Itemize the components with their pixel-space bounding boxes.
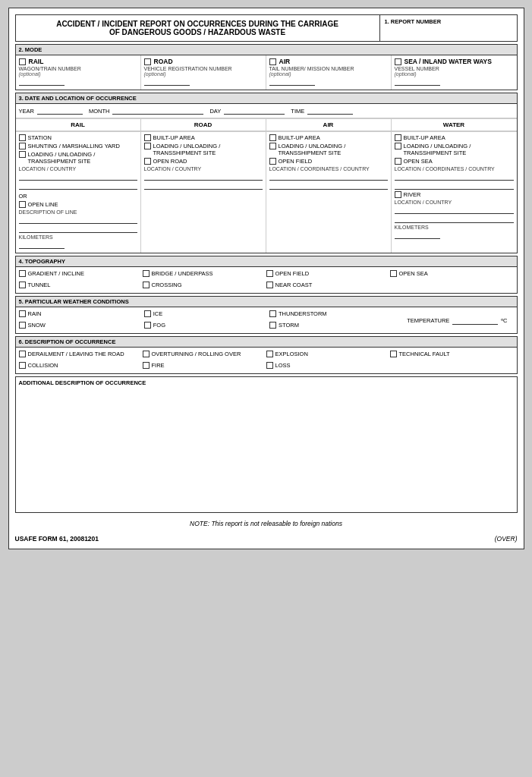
road-loading: LOADING / UNLOADING / TRANSSHIPMENT SITE <box>144 143 263 156</box>
storm-checkbox[interactable] <box>269 322 276 329</box>
water-buildup-checkbox[interactable] <box>395 134 401 141</box>
open-sea-checkbox[interactable] <box>395 158 401 165</box>
open-road-checkbox[interactable] <box>144 158 151 165</box>
near-coast-checkbox[interactable] <box>266 282 273 288</box>
day-label: DAY <box>209 108 221 115</box>
water-river-location-field2[interactable] <box>395 215 514 223</box>
air-location-field2[interactable] <box>269 182 388 190</box>
location-cols: STATION SHUNTING / MARSHALLING YARD LOAD… <box>16 131 517 253</box>
weather-rain: RAIN <box>19 310 144 317</box>
overturning-checkbox[interactable] <box>143 351 150 357</box>
rail-location-field2[interactable] <box>19 182 137 190</box>
open-line-checkbox[interactable] <box>19 201 26 208</box>
water-loading: LOADING / UNLOADING / TRANSSHIPMENT SITE <box>395 143 514 156</box>
derailment-checkbox[interactable] <box>19 351 26 357</box>
shunting-checkbox[interactable] <box>19 143 26 149</box>
air-loading-checkbox[interactable] <box>269 143 276 149</box>
open-field-checkbox[interactable] <box>269 158 276 165</box>
loc-col-air: BUILT-UP AREA LOADING / UNLOADING / TRAN… <box>266 132 392 253</box>
water-open-sea: OPEN SEA <box>395 158 514 165</box>
rail-number-field[interactable] <box>19 78 65 86</box>
mode-air-label: AIR <box>269 58 388 65</box>
desc-line-field2[interactable] <box>19 225 137 233</box>
report-number-label: 1. REPORT NUMBER <box>385 18 512 25</box>
air-number-field[interactable] <box>269 78 315 86</box>
water-location-field[interactable] <box>395 173 514 181</box>
col-header-rail: RAIL <box>16 119 141 131</box>
time-label: TIME <box>291 108 304 115</box>
month-input[interactable] <box>112 107 203 115</box>
water-km-field[interactable] <box>395 231 440 239</box>
water-river: RIVER <box>395 191 514 198</box>
topo-open-sea-checkbox[interactable] <box>390 270 397 277</box>
page: ACCIDENT / INCIDENT REPORT ON OCCURRENCE… <box>8 8 524 549</box>
mode-sea: SEA / INLAND WATER WAYS VESSEL NUMBER (o… <box>392 55 517 90</box>
time-input[interactable] <box>307 107 353 115</box>
loc-col-water: BUILT-UP AREA LOADING / UNLOADING / TRAN… <box>392 132 517 253</box>
air-buildup-checkbox[interactable] <box>269 134 276 141</box>
note-text: NOTE: This report is not releasable to f… <box>15 515 518 532</box>
sea-checkbox[interactable] <box>395 58 401 65</box>
tunnel-checkbox[interactable] <box>19 282 26 288</box>
occur-collision: COLLISION <box>19 362 143 369</box>
water-river-location-field[interactable] <box>395 206 514 214</box>
crossing-checkbox[interactable] <box>143 282 150 288</box>
rail-location-field[interactable] <box>19 173 137 181</box>
header-section: ACCIDENT / INCIDENT REPORT ON OCCURRENCE… <box>15 14 518 42</box>
topography-header: 4. TOPOGRAPHY <box>16 256 517 267</box>
rail-loading-checkbox[interactable] <box>19 151 26 158</box>
gradient-checkbox[interactable] <box>19 270 26 277</box>
weather-header: 5. PARTICULAR WEATHER CONDITIONS <box>16 297 517 307</box>
loss-checkbox[interactable] <box>266 362 273 369</box>
road-location-field2[interactable] <box>144 182 263 190</box>
year-input[interactable] <box>37 107 83 115</box>
fog-checkbox[interactable] <box>144 322 151 329</box>
rail-location-label: LOCATION / COUNTRY <box>19 166 137 171</box>
road-loading-checkbox[interactable] <box>144 143 151 149</box>
temperature-input[interactable] <box>452 317 498 325</box>
loc-col-road: BUILT-UP AREA LOADING / UNLOADING / TRAN… <box>141 132 266 253</box>
bridge-checkbox[interactable] <box>143 270 150 277</box>
desc-line-field[interactable] <box>19 216 137 224</box>
river-checkbox[interactable] <box>395 191 401 198</box>
weather-ice: ICE <box>144 310 269 317</box>
additional-label: ADDITIONAL DESCRIPTION OF OCCURRENCE <box>16 377 517 388</box>
air-checkbox[interactable] <box>269 58 276 65</box>
road-buildup-checkbox[interactable] <box>144 134 151 141</box>
topo-open-field: OPEN FIELD <box>266 270 390 277</box>
rail-station: STATION <box>19 134 137 141</box>
sea-number-field[interactable] <box>395 78 440 86</box>
road-number-field[interactable] <box>144 78 190 86</box>
rain-checkbox[interactable] <box>19 310 26 317</box>
collision-checkbox[interactable] <box>19 362 26 369</box>
road-location-label: LOCATION / COUNTRY <box>144 166 263 171</box>
weather-fog: FOG <box>144 322 269 329</box>
snow-checkbox[interactable] <box>19 322 26 329</box>
ice-checkbox[interactable] <box>144 310 151 317</box>
day-field: DAY <box>209 107 285 115</box>
header-title: ACCIDENT / INCIDENT REPORT ON OCCURRENCE… <box>16 15 380 41</box>
day-input[interactable] <box>224 107 285 115</box>
road-location-field[interactable] <box>144 173 263 181</box>
temperature-cell: TEMPERATURE ºC <box>398 307 516 333</box>
water-loading-checkbox[interactable] <box>395 143 401 149</box>
topo-open-field-checkbox[interactable] <box>266 270 273 277</box>
rail-loading: LOADING / UNLOADING / TRANSSHIPMENT SITE <box>19 151 137 165</box>
explosion-checkbox[interactable] <box>266 351 273 357</box>
topo-tunnel: TUNNEL <box>19 282 143 288</box>
air-location-field[interactable] <box>269 173 388 181</box>
water-buildup: BUILT-UP AREA <box>395 134 514 141</box>
fire-checkbox[interactable] <box>143 362 150 369</box>
mode-road-label: ROAD <box>144 58 263 65</box>
rail-checkbox[interactable] <box>19 58 26 65</box>
air-location-label: LOCATION / COORDINATES / COUNTRY <box>269 166 388 171</box>
month-label: MONTH <box>89 108 110 115</box>
water-location-field2[interactable] <box>395 182 514 190</box>
station-checkbox[interactable] <box>19 134 26 141</box>
air-sub: TAIL NUMBER/ MISSION NUMBER <box>269 66 388 71</box>
weather-items: RAIN ICE THUNDERSTORM SNOW FOG <box>16 307 398 333</box>
thunderstorm-checkbox[interactable] <box>269 310 276 317</box>
technical-fault-checkbox[interactable] <box>390 351 397 357</box>
rail-km-field[interactable] <box>19 241 65 249</box>
road-checkbox[interactable] <box>144 58 151 65</box>
